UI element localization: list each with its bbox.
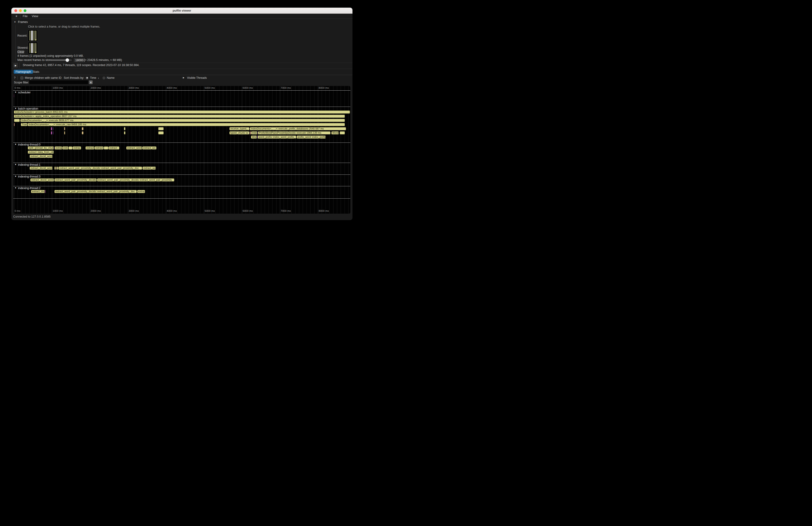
clear-filter-button[interactable]: x bbox=[89, 81, 93, 84]
play-button[interactable]: ▶ bbox=[13, 63, 18, 68]
scope-bar[interactable] bbox=[51, 127, 52, 130]
scope-bar[interactable]: extract_wo bbox=[142, 146, 156, 149]
menu-file[interactable]: File bbox=[23, 14, 30, 18]
scope-bar[interactable] bbox=[53, 131, 53, 134]
scope-bar[interactable]: extract_docid_word bbox=[30, 166, 53, 170]
scope-bar[interactable]: extract_word_pair_proximity_docids::extr… bbox=[97, 178, 174, 181]
thread-header[interactable]: ▼indexing-thread:3 bbox=[13, 175, 350, 178]
scope-bar[interactable] bbox=[69, 146, 72, 149]
scope-bar[interactable]: extract bbox=[55, 146, 62, 149]
merge-children-control[interactable]: Merge children with same ID bbox=[20, 76, 61, 79]
frame-bar[interactable] bbox=[29, 43, 31, 53]
scope-bar[interactable]: extract_word_pair_proximity_docids::extr… bbox=[58, 166, 142, 170]
frame-bar[interactable] bbox=[35, 43, 37, 53]
scope-bar[interactable] bbox=[124, 131, 125, 134]
scope-bar[interactable]: extract_docid_word bbox=[30, 155, 53, 158]
scope-bar[interactable] bbox=[257, 135, 258, 138]
scope-bar[interactable]: extract_doc bbox=[31, 190, 45, 193]
scope-bar[interactable] bbox=[55, 166, 56, 170]
scope-bar[interactable]: extract_word_pair_proximity_docids::extr… bbox=[55, 190, 137, 193]
scope-bar[interactable]: IndexDocuments<_, _>::execute_prefix_dat… bbox=[250, 127, 346, 130]
close-button[interactable] bbox=[14, 9, 17, 12]
scope-bar[interactable] bbox=[340, 131, 345, 134]
scope-bar[interactable] bbox=[64, 127, 65, 130]
thread-header[interactable]: ▼scheduler bbox=[13, 91, 350, 94]
scope-bar[interactable] bbox=[250, 131, 251, 134]
sort-name-radio[interactable] bbox=[102, 76, 105, 79]
frames-collapse-header[interactable]: ▼ Frames bbox=[14, 20, 28, 24]
scope-bar[interactable] bbox=[82, 131, 84, 134]
max-frames-value[interactable]: 18000 bbox=[74, 58, 85, 62]
slowest-frames-thumbnail[interactable] bbox=[28, 42, 38, 54]
frame-bar[interactable] bbox=[33, 31, 34, 41]
scope-filter-input[interactable] bbox=[29, 81, 88, 84]
scope-bar[interactable]: IndexDocuments<_, _>::execute_raw 8459.1… bbox=[28, 123, 345, 126]
scope-bar[interactable] bbox=[14, 123, 15, 126]
thread-header[interactable]: ▼indexing-thread:1 bbox=[13, 163, 350, 166]
sort-time-radio[interactable] bbox=[86, 76, 88, 79]
scope-bar[interactable] bbox=[57, 166, 58, 170]
thread-header[interactable]: ▼indexing-thread:2 bbox=[13, 186, 350, 190]
scope-bar[interactable]: extrac bbox=[137, 190, 145, 193]
sort-direction-arrow-icon[interactable]: ↓ bbox=[98, 76, 99, 79]
scope-bar[interactable] bbox=[56, 166, 56, 170]
scope-bar[interactable] bbox=[158, 131, 164, 134]
zoom-button[interactable] bbox=[24, 9, 26, 12]
scope-bar[interactable]: extract_word bbox=[126, 146, 142, 149]
scope-bar[interactable] bbox=[14, 119, 20, 122]
frame-bar[interactable] bbox=[35, 31, 37, 41]
scope-bar[interactable]: IndexScheduler>::apply_index_operation 8… bbox=[14, 115, 345, 118]
scope-bar[interactable]: receive_typed_ bbox=[229, 127, 249, 130]
scope-bar[interactable]: word_prefix::index_word_prefix_ bbox=[258, 135, 296, 138]
menu-view[interactable]: View bbox=[32, 14, 41, 18]
scope-bar[interactable]: extrac bbox=[73, 146, 81, 149]
sort-time-label[interactable]: Time bbox=[90, 76, 96, 79]
max-frames-slider[interactable] bbox=[51, 59, 72, 61]
flamegraph-canvas[interactable]: 0 ms1000 ms2000 ms3000 ms4000 ms5000 ms6… bbox=[13, 86, 350, 214]
scope-bar[interactable]: extract_wo bbox=[143, 166, 156, 170]
scope-bar[interactable]: extract_ bbox=[95, 146, 104, 149]
scope-bar[interactable] bbox=[64, 131, 65, 134]
scope-bar[interactable]: WordPr bbox=[331, 131, 339, 134]
tab-stats[interactable]: Stats bbox=[31, 70, 41, 74]
scope-bar[interactable]: IndexScheduler>::process_batch 8953.821 … bbox=[14, 111, 350, 114]
scope-bar[interactable] bbox=[51, 131, 52, 134]
scope-bar[interactable]: PrefixWordPairsProximityDocids::execute … bbox=[258, 131, 331, 134]
scope-bar[interactable]: extract bbox=[108, 146, 119, 149]
scope-bar[interactable]: extra bbox=[62, 146, 68, 149]
slider-knob[interactable] bbox=[66, 58, 69, 62]
merge-children-checkbox[interactable] bbox=[20, 76, 24, 79]
scope-bar[interactable] bbox=[104, 146, 108, 149]
theme-sun-icon[interactable]: ☀ bbox=[14, 15, 19, 18]
frame-bar[interactable] bbox=[29, 31, 31, 41]
scope-bar[interactable] bbox=[158, 127, 164, 130]
scope-bar[interactable] bbox=[53, 127, 53, 130]
scope-bar[interactable]: extract_word_pair_proximity_docids bbox=[55, 178, 97, 181]
scope-bar[interactable]: split_grenad_by_chun bbox=[28, 146, 54, 149]
scope-bar[interactable]: Word bbox=[251, 135, 257, 138]
clear-button[interactable]: Clear bbox=[17, 50, 24, 54]
frame-bar[interactable] bbox=[33, 43, 34, 53]
scope-bar[interactable]: extract::data_from_ob bbox=[28, 151, 54, 154]
visible-threads-header[interactable]: ▶ Visible Threads bbox=[183, 76, 207, 79]
scope-bar[interactable]: index bbox=[251, 131, 257, 134]
scope-bar[interactable] bbox=[82, 127, 84, 130]
sort-name-label[interactable]: Name bbox=[107, 76, 115, 79]
scope-bar[interactable] bbox=[45, 190, 45, 193]
scope-bar[interactable] bbox=[124, 127, 125, 130]
scope-bar[interactable]: IndexDocuments<_, _>::execute 8656.677 m… bbox=[20, 119, 345, 122]
frame-bar[interactable] bbox=[31, 43, 32, 53]
minimize-button[interactable] bbox=[19, 9, 22, 12]
scope-bar[interactable]: typed_chunk::w bbox=[229, 131, 249, 134]
tab-flamegraph[interactable]: Flamegraph bbox=[14, 70, 33, 74]
scope-bar[interactable]: Trans bbox=[21, 123, 27, 126]
recent-frames-thumbnail[interactable] bbox=[28, 29, 38, 42]
frame-bar[interactable] bbox=[31, 31, 32, 41]
scope-bar[interactable]: extract_docid_word bbox=[30, 178, 54, 181]
scope-bar[interactable]: prefix_word::index_prefix_wo bbox=[296, 135, 325, 138]
thread-header[interactable]: ▼batch-operation bbox=[13, 107, 350, 111]
thread-header[interactable]: ▼indexing-thread:0 bbox=[13, 143, 350, 146]
scope-bar[interactable] bbox=[54, 146, 54, 149]
help-button[interactable]: ? bbox=[14, 76, 16, 79]
scope-bar[interactable]: extract_ bbox=[86, 146, 94, 149]
